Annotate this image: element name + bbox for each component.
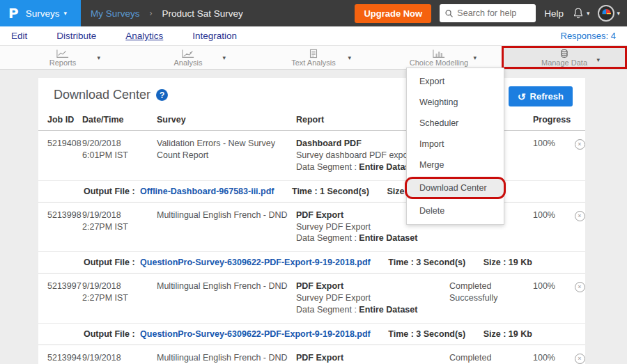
toolbar-item-label: Choice Modelling	[410, 59, 468, 67]
col-progress: Progress	[533, 115, 566, 125]
toolbar-manage-data[interactable]: Manage Data ▾	[502, 46, 627, 69]
menu-item-merge[interactable]: Merge	[407, 155, 504, 175]
questionpro-logo-icon: P	[8, 6, 19, 22]
toolbar-analysis[interactable]: Analysis ▾	[125, 46, 251, 69]
chevron-down-icon: ▾	[587, 10, 590, 17]
notifications-button[interactable]: ▾	[572, 7, 590, 19]
line-chart-icon	[56, 49, 69, 58]
table-row: 5213997 9/19/2018 2:27PM IST Multilingua…	[38, 274, 585, 323]
toolbar-item-label: Reports	[49, 59, 77, 67]
document-icon	[307, 49, 320, 58]
scatter-chart-icon	[182, 49, 194, 58]
col-survey: Survey	[157, 115, 291, 125]
col-date-time: Date/Time	[82, 115, 152, 125]
job-date: 9/19/2018 2:26PM IST	[82, 352, 152, 364]
job-progress: 100%	[533, 209, 566, 245]
top-header: P Surveys ▾ My Surveys › Product Sat Sur…	[0, 0, 627, 26]
table-row: 5213994 9/19/2018 2:26PM IST Multilingua…	[38, 345, 585, 364]
surveys-product-menu[interactable]: Surveys ▾	[26, 8, 67, 19]
menu-item-scheduler[interactable]: Scheduler	[407, 113, 504, 134]
toolbar-item-label: Text Analysis	[291, 59, 336, 67]
job-status: Completed Successfully	[449, 352, 528, 364]
tab-analytics[interactable]: Analytics	[125, 31, 163, 41]
job-status: Completed Successfully	[449, 280, 528, 316]
job-id: 5219408	[47, 138, 82, 173]
help-search-box[interactable]	[440, 4, 536, 22]
job-progress: 100%	[533, 138, 566, 173]
cancel-job-icon[interactable]: ×	[575, 211, 585, 221]
help-link[interactable]: Help	[544, 8, 564, 19]
job-survey: Multilingual English French - DND	[157, 280, 291, 316]
cancel-job-icon[interactable]: ×	[575, 139, 585, 150]
job-survey: Multilingual English French - DND	[157, 209, 291, 245]
refresh-icon: ↺	[518, 92, 526, 102]
avatar	[598, 5, 614, 22]
bell-icon	[572, 7, 585, 19]
search-input[interactable]	[457, 8, 530, 18]
toolbar-item-label: Manage Data	[541, 59, 587, 67]
job-report: PDF Export Survey PDF Export Data Segmen…	[296, 352, 444, 364]
bar-chart-icon	[433, 49, 445, 58]
job-date: 9/19/2018 2:27PM IST	[82, 280, 152, 316]
col-job-id: Job ID	[47, 115, 82, 125]
job-id: 5213998	[47, 209, 82, 245]
cancel-job-icon[interactable]: ×	[575, 354, 585, 364]
breadcrumb-separator-icon: ›	[150, 8, 153, 18]
tab-edit[interactable]: Edit	[11, 31, 27, 41]
chevron-down-icon[interactable]: ▾	[97, 54, 100, 61]
menu-item-download-center[interactable]: Download Center	[405, 177, 506, 199]
output-file-row: Output File : QuestionPro-Survey-6309622…	[38, 323, 585, 345]
refresh-button[interactable]: ↺ Refresh	[509, 86, 573, 106]
breadcrumb-parent-link[interactable]: My Surveys	[91, 8, 140, 19]
job-survey: Multilingual English French - DND	[157, 352, 291, 364]
analytics-toolbar: Reports ▾ Analysis ▾ Text Analysis ▾ Cho…	[0, 46, 627, 70]
toolbar-choice-modelling[interactable]: Choice Modelling ▾	[376, 46, 502, 69]
job-report: PDF Export Survey PDF Export Data Segmen…	[296, 280, 444, 316]
job-date: 9/19/2018 2:27PM IST	[82, 209, 152, 245]
breadcrumb-current: Product Sat Survey	[162, 8, 243, 19]
job-survey: Validation Errors - New Survey Count Rep…	[157, 138, 291, 173]
help-badge-icon[interactable]: ?	[156, 89, 168, 101]
menu-item-export[interactable]: Export	[407, 71, 504, 92]
job-id: 5213997	[47, 280, 82, 316]
manage-data-dropdown: Export Weighting Scheduler Import Merge …	[406, 68, 504, 225]
job-id: 5213994	[47, 352, 82, 364]
menu-item-import[interactable]: Import	[407, 134, 504, 155]
job-date: 9/20/2018 6:01PM IST	[82, 138, 152, 173]
search-icon	[445, 9, 453, 18]
menu-item-weighting[interactable]: Weighting	[407, 92, 504, 113]
chevron-down-icon: ▾	[63, 10, 67, 17]
breadcrumb: My Surveys › Product Sat Survey	[91, 8, 243, 19]
toolbar-reports[interactable]: Reports ▾	[0, 46, 125, 69]
upgrade-now-button[interactable]: Upgrade Now	[355, 4, 431, 23]
toolbar-item-label: Analysis	[174, 59, 203, 67]
page-title: Download Center	[54, 88, 150, 102]
job-progress: 100%	[533, 280, 566, 316]
section-nav: Edit Distribute Analytics Integration Re…	[0, 26, 627, 46]
tab-distribute[interactable]: Distribute	[56, 31, 96, 41]
job-progress: 100%	[533, 352, 566, 364]
refresh-label: Refresh	[530, 91, 564, 102]
toolbar-text-analysis[interactable]: Text Analysis ▾	[251, 46, 376, 69]
chevron-down-icon[interactable]: ▾	[473, 54, 477, 61]
chevron-down-icon: ▾	[617, 10, 620, 17]
output-file-row: Output File : QuestionPro-Survey-6309622…	[38, 251, 585, 274]
product-menu-label: Surveys	[26, 8, 60, 19]
account-menu-button[interactable]: ▾	[598, 5, 620, 22]
chevron-down-icon[interactable]: ▾	[348, 54, 351, 61]
cancel-job-icon[interactable]: ×	[575, 282, 585, 292]
chevron-down-icon[interactable]: ▾	[222, 54, 226, 61]
output-file-link[interactable]: Offline-Dashboard-967583-iii.pdf	[140, 187, 274, 196]
app-logo-block[interactable]: P Surveys ▾	[0, 0, 81, 26]
menu-item-delete[interactable]: Delete	[407, 200, 504, 221]
output-file-link[interactable]: QuestionPro-Survey-6309622-PDF-Export-9-…	[140, 258, 371, 267]
chevron-down-icon[interactable]: ▾	[596, 56, 600, 63]
output-file-link[interactable]: QuestionPro-Survey-6309622-PDF-Export-9-…	[140, 329, 371, 339]
tab-integration[interactable]: Integration	[192, 31, 237, 41]
responses-count[interactable]: Responses: 4	[561, 31, 617, 41]
database-icon	[558, 49, 571, 58]
